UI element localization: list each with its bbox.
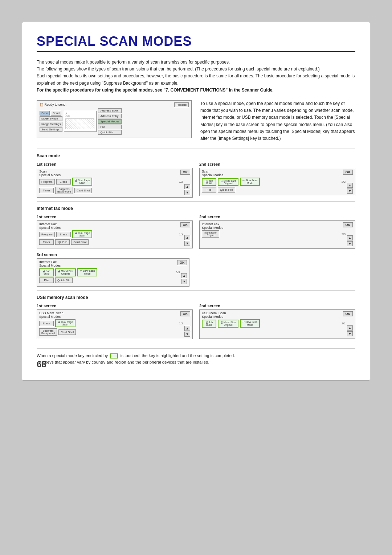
usb-2nd-down[interactable]: ▼ [347, 331, 353, 336]
ifax-2nd-col: 2nd screen Internet Fax Special Modes OK… [199, 212, 355, 249]
usb-dual-page-btn[interactable]: 🖨 Dual PageScan [55, 319, 75, 327]
ifax-quick-file-btn[interactable]: Quick File [55, 278, 73, 283]
usb-2nd-pagenum: 2/2 [342, 322, 346, 325]
scan-1st-row1: Program Erase 🖨 Dual PageScan 1/2 [39, 178, 183, 186]
scan-2nd-row1: 🖨 JobBuild 🖨 Mixed SizeOriginal ↩ Slow S… [202, 178, 346, 186]
quick-file-btn-2nd[interactable]: Quick File [218, 187, 235, 193]
ifax-1st-rows-nav: Program Erase 🖨 Dual PageScan 1/3 Timer … [39, 230, 190, 246]
intro-block: The special modes make it possible to pe… [37, 59, 355, 94]
ifax-1st-nav: ▲ ▼ [184, 230, 190, 246]
ifax-3rd-nav: ▲ ▼ [181, 268, 187, 284]
divider-1 [37, 149, 355, 149]
usb-1st-row2: SuppressBackground Card Shot [39, 328, 183, 336]
usb-erase-btn[interactable]: Erase [39, 321, 54, 326]
ifax-2in1-btn[interactable]: 1|2 2in1 [55, 239, 70, 245]
card-shot-btn[interactable]: Card Shot [74, 188, 92, 193]
usb-2nd-ok[interactable]: OK [343, 311, 353, 316]
quick-file-btn[interactable]: Quick File [98, 130, 121, 135]
ifax-program-btn[interactable]: Program [39, 232, 55, 237]
dual-page-scan-btn[interactable]: 🖨 Dual PageScan [72, 178, 93, 186]
usb-2nd-btn-rows: 🖨 JobBuild 🖨 Mixed SizeOriginal ↩ Slow S… [202, 319, 346, 336]
usb-card-shot-btn[interactable]: Card Shot [58, 329, 76, 335]
ifax-1st-ok[interactable]: OK [180, 222, 191, 227]
scan-1st-row2: Timer SuppressBackground Card Shot [39, 187, 183, 194]
address-entry-btn[interactable]: Address Entry [98, 114, 121, 118]
scan-2nd-ok[interactable]: OK [343, 170, 353, 175]
resend-btn[interactable]: Resend [174, 102, 189, 107]
ifax-job-build-btn[interactable]: 🖨 JobBuild [39, 268, 54, 276]
ifax-erase-btn[interactable]: Erase [56, 232, 71, 237]
image-settings-btn[interactable]: Image Settings [40, 122, 62, 126]
usb-mixed-size-btn[interactable]: 🖨 Mixed SizeOriginal [218, 320, 238, 328]
scan-tab[interactable]: Scan [40, 111, 50, 116]
ifax-file-btn[interactable]: File [39, 278, 54, 283]
base-screen-mockup: 📋 Ready to send. Resend Scan Send Mode S… [37, 100, 192, 138]
file-btn-2nd[interactable]: File [202, 187, 216, 193]
erase-btn[interactable]: Erase [56, 179, 71, 185]
scan-2nd-screen: Scan Special Modes OK 🖨 JobBuild 🖨 Mixed… [199, 168, 355, 196]
ifax-3rd-down[interactable]: ▼ [181, 279, 187, 284]
usb-1st-btn-rows: Erase 🖨 Dual PageScan 1/2 SuppressBackgr… [39, 319, 183, 337]
ifax-dual-page-btn[interactable]: 🖨 Dual PageScan [72, 230, 93, 238]
suppress-bg-btn[interactable]: SuppressBackground [55, 187, 73, 194]
footer-line2: The keys that appear vary by country and… [37, 360, 209, 364]
timer-btn[interactable]: Timer [39, 188, 54, 193]
scan-2nd-pagenum: 2/2 [342, 180, 346, 183]
scan-2nd-titles: Scan Special Modes [202, 170, 223, 177]
ifax-2nd-down[interactable]: ▼ [347, 241, 353, 246]
scan-1st-rows-nav: Program Erase 🖨 Dual PageScan 1/2 Timer … [39, 178, 190, 195]
ifax-1st-up[interactable]: ▲ [184, 235, 190, 240]
footer-line1-pre: When a special mode key encircled by [37, 353, 109, 358]
send-settings-btn[interactable]: Send Settings [40, 127, 62, 132]
scan-2nd-up[interactable]: ▲ [347, 183, 353, 188]
address-book-btn[interactable]: Address Book [98, 108, 121, 113]
usb-1st-ok[interactable]: OK [180, 311, 191, 316]
ifax-3rd-screen: Internet Fax Special Modes OK 🖨 JobBuild… [37, 258, 189, 287]
ifax-3rd-label: 3rd screen [37, 252, 355, 257]
scan-1st-up[interactable]: ▲ [184, 184, 190, 189]
ifax-3rd-ok[interactable]: OK [177, 260, 187, 265]
divider-3 [37, 290, 355, 291]
send-tab[interactable]: Send [51, 111, 61, 116]
ifax-3rd-up[interactable]: ▲ [181, 273, 187, 278]
transaction-report-btn[interactable]: TransactionReport [202, 230, 219, 238]
usb-1st-col: 1st screen USB Mem. Scan Special Modes O… [37, 301, 193, 339]
scan-1st-header: Scan Special Modes OK [39, 170, 190, 177]
usb-screens-row: 1st screen USB Mem. Scan Special Modes O… [37, 301, 355, 339]
usb-mode-heading: USB memory scan mode [37, 295, 355, 300]
program-btn[interactable]: Program [39, 179, 55, 185]
usb-slow-scan-btn[interactable]: ↩ Slow ScanMode [240, 319, 260, 328]
ifax-screens-row: 1st screen Internet Fax Special Modes OK… [37, 212, 355, 249]
usb-1st-down[interactable]: ▼ [184, 332, 190, 337]
usb-suppress-btn[interactable]: SuppressBackground [39, 328, 57, 336]
special-modes-btn[interactable]: Special Modes [98, 119, 121, 124]
usb-2nd-header: USB Mem. Scan Special Modes OK [202, 311, 353, 319]
ifax-slow-scan-btn[interactable]: ↩ Slow ScanMode [77, 268, 97, 276]
scan-1st-ok[interactable]: OK [180, 170, 191, 175]
usb-mode-section: USB memory scan mode 1st screen USB Mem.… [37, 295, 355, 339]
file-btn[interactable]: File [98, 125, 121, 129]
usb-1st-nav: ▲ ▼ [184, 319, 190, 337]
mode-switch-btn[interactable]: Mode Switch [40, 116, 62, 121]
ifax-3rd-row1: 🖨 JobBuild 🖨 Mixed SizeOriginal ↩ Slow S… [39, 268, 180, 276]
scan-2nd-down[interactable]: ▼ [347, 189, 353, 194]
ifax-2nd-up[interactable]: ▲ [347, 235, 353, 240]
scan-1st-down[interactable]: ▼ [184, 190, 190, 195]
scan-mode-heading: Scan mode [37, 153, 355, 158]
mixed-size-btn[interactable]: 🖨 Mixed SizeOriginal [218, 178, 238, 186]
ifax-1st-pagenum: 1/3 [179, 233, 183, 236]
top-right-col: To use a special mode, open the special … [200, 100, 355, 142]
usb-job-build-btn[interactable]: 🖨 JobBuild [202, 320, 216, 328]
job-build-btn[interactable]: 🖨 JobBuild [202, 178, 216, 186]
usb-1st-up[interactable]: ▲ [184, 326, 190, 331]
slow-scan-btn[interactable]: ↩ Slow ScanMode [240, 178, 260, 186]
ifax-mode-section: Internet fax mode 1st screen Internet Fa… [37, 206, 355, 287]
ifax-timer-btn[interactable]: Timer [39, 239, 54, 245]
ifax-card-shot-btn[interactable]: Card Shot [71, 239, 89, 245]
ifax-1st-down[interactable]: ▼ [184, 241, 190, 246]
ifax-mixed-size-btn[interactable]: 🖨 Mixed SizeOriginal [55, 268, 76, 276]
usb-2nd-up[interactable]: ▲ [347, 325, 353, 331]
ifax-3rd-btn-rows: 🖨 JobBuild 🖨 Mixed SizeOriginal ↩ Slow S… [39, 268, 180, 284]
ifax-2nd-row1: TransactionReport 2/3 [202, 230, 346, 238]
ifax-2nd-ok[interactable]: OK [343, 222, 353, 227]
